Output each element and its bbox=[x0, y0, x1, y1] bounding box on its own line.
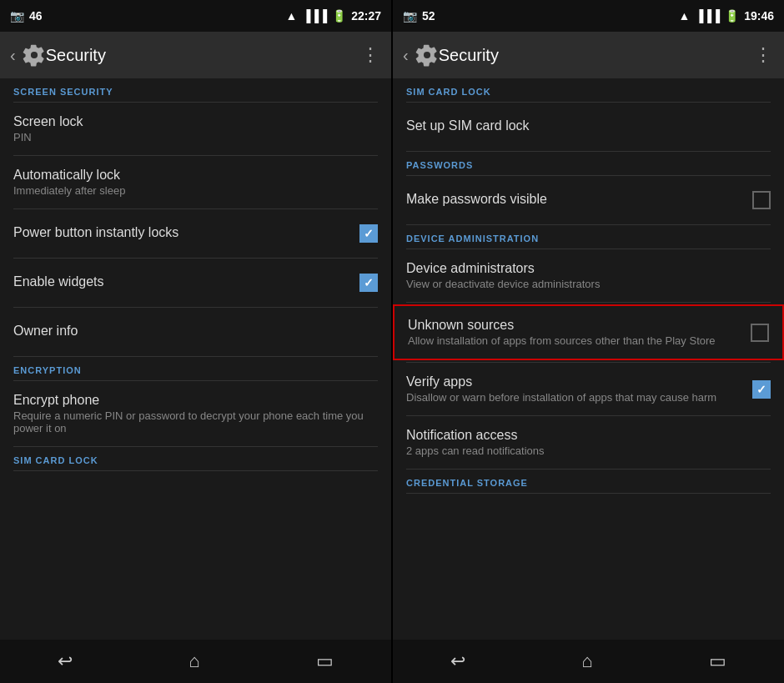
right-nav-home[interactable]: ⌂ bbox=[565, 644, 609, 679]
left-item-screen-lock-text: Screen lock PIN bbox=[13, 114, 378, 143]
left-panel: 📷 46 ▲ ▐▐▐ 🔋 22:27 ‹ Security ⋮ SCREEN S… bbox=[0, 0, 391, 683]
left-item-power-lock[interactable]: Power button instantly locks bbox=[0, 209, 391, 258]
right-title-bar: ‹ Security ⋮ bbox=[393, 32, 784, 78]
left-item-widgets-title: Enable widgets bbox=[13, 274, 359, 289]
right-item-notification-access-title: Notification access bbox=[406, 428, 771, 443]
right-nav-bar: ↩ ⌂ ▭ bbox=[393, 640, 784, 683]
right-divider-10 bbox=[406, 493, 771, 494]
left-nav-bar: ↩ ⌂ ▭ bbox=[0, 640, 391, 683]
right-item-device-admins-title: Device administrators bbox=[406, 261, 771, 276]
left-section-screen-security: SCREEN SECURITY bbox=[0, 78, 391, 102]
right-item-unknown-sources-title: Unknown sources bbox=[408, 318, 751, 333]
left-checkbox-widgets[interactable] bbox=[359, 274, 378, 292]
left-signal-icon: ▐▐▐ bbox=[302, 9, 327, 23]
left-status-bar: 📷 46 ▲ ▐▐▐ 🔋 22:27 bbox=[0, 0, 391, 32]
left-carrier-icon: 📷 bbox=[10, 9, 24, 23]
right-item-passwords-visible-text: Make passwords visible bbox=[406, 192, 752, 208]
right-item-sim-lock-title: Set up SIM card lock bbox=[406, 118, 771, 133]
right-item-sim-lock-text: Set up SIM card lock bbox=[406, 118, 771, 135]
right-item-device-admins-subtitle: View or deactivate device administrators bbox=[406, 278, 771, 290]
left-item-screen-lock-title: Screen lock bbox=[13, 114, 378, 129]
left-time: 22:27 bbox=[351, 9, 381, 23]
left-section-encryption: ENCRYPTION bbox=[0, 357, 391, 380]
left-item-auto-lock-subtitle: Immediately after sleep bbox=[13, 184, 378, 197]
left-status-right: ▲ ▐▐▐ 🔋 22:27 bbox=[286, 9, 381, 23]
right-signal-icon: ▐▐▐ bbox=[695, 9, 720, 23]
left-divider-9 bbox=[13, 470, 378, 471]
right-item-notification-access-text: Notification access 2 apps can read noti… bbox=[406, 428, 771, 457]
right-back-icon[interactable]: ‹ bbox=[403, 46, 409, 65]
right-section-device-admin: DEVICE ADMINISTRATION bbox=[393, 225, 784, 249]
right-item-notification-access-subtitle: 2 apps can read notifications bbox=[406, 444, 771, 457]
left-item-auto-lock-title: Automatically lock bbox=[13, 168, 378, 183]
left-item-widgets-text: Enable widgets bbox=[13, 274, 359, 291]
left-checkbox-power-lock[interactable] bbox=[359, 224, 378, 243]
left-item-encrypt-phone[interactable]: Encrypt phone Require a numeric PIN or p… bbox=[0, 381, 391, 446]
left-section-sim: SIM CARD LOCK bbox=[0, 447, 391, 470]
right-item-verify-apps-title: Verify apps bbox=[406, 374, 752, 389]
right-checkbox-passwords-visible[interactable] bbox=[752, 191, 771, 209]
left-nav-home[interactable]: ⌂ bbox=[172, 644, 216, 679]
right-item-verify-apps-subtitle: Disallow or warn before installation of … bbox=[406, 391, 752, 404]
right-item-unknown-sources-subtitle: Allow installation of apps from sources … bbox=[408, 334, 751, 347]
right-item-verify-apps-text: Verify apps Disallow or warn before inst… bbox=[406, 374, 752, 404]
left-item-screen-lock[interactable]: Screen lock PIN bbox=[0, 103, 391, 155]
right-status-bar: 📷 52 ▲ ▐▐▐ 🔋 19:46 bbox=[393, 0, 784, 32]
right-item-unknown-sources-text: Unknown sources Allow installation of ap… bbox=[408, 318, 751, 347]
right-item-notification-access[interactable]: Notification access 2 apps can read noti… bbox=[393, 416, 784, 469]
left-item-auto-lock[interactable]: Automatically lock Immediately after sle… bbox=[0, 156, 391, 208]
right-wifi-icon: ▲ bbox=[679, 9, 691, 23]
right-section-credential-storage: CREDENTIAL STORAGE bbox=[393, 470, 784, 493]
left-item-owner-info-text: Owner info bbox=[13, 324, 378, 340]
right-carrier: 52 bbox=[422, 9, 435, 23]
right-checkbox-unknown-sources[interactable] bbox=[751, 324, 769, 342]
right-title-text: Security bbox=[439, 46, 754, 65]
right-content: SIM CARD LOCK Set up SIM card lock PASSW… bbox=[393, 78, 784, 640]
left-item-widgets[interactable]: Enable widgets bbox=[0, 259, 391, 307]
right-section-sim: SIM CARD LOCK bbox=[393, 78, 784, 102]
left-content: SCREEN SECURITY Screen lock PIN Automati… bbox=[0, 78, 391, 640]
right-item-passwords-visible[interactable]: Make passwords visible bbox=[393, 176, 784, 224]
left-battery-icon: 🔋 bbox=[332, 9, 346, 23]
right-battery-icon: 🔋 bbox=[725, 9, 739, 23]
left-wifi-icon: ▲ bbox=[286, 9, 298, 23]
right-status-left: 📷 52 bbox=[403, 9, 435, 23]
right-panel: 📷 52 ▲ ▐▐▐ 🔋 19:46 ‹ Security ⋮ SIM CARD… bbox=[393, 0, 784, 683]
right-item-verify-apps[interactable]: Verify apps Disallow or warn before inst… bbox=[393, 363, 784, 415]
left-item-owner-info[interactable]: Owner info bbox=[0, 308, 391, 356]
left-menu-icon[interactable]: ⋮ bbox=[361, 44, 381, 66]
left-carrier: 46 bbox=[29, 9, 43, 23]
left-title-bar: ‹ Security ⋮ bbox=[0, 32, 391, 78]
left-item-auto-lock-text: Automatically lock Immediately after sle… bbox=[13, 168, 378, 197]
right-item-device-admins[interactable]: Device administrators View or deactivate… bbox=[393, 249, 784, 302]
right-item-sim-lock[interactable]: Set up SIM card lock bbox=[393, 103, 784, 151]
left-item-screen-lock-subtitle: PIN bbox=[13, 131, 378, 143]
left-back-icon[interactable]: ‹ bbox=[10, 46, 16, 65]
right-nav-recent[interactable]: ▭ bbox=[692, 644, 743, 679]
left-item-encrypt-phone-text: Encrypt phone Require a numeric PIN or p… bbox=[13, 393, 378, 434]
right-gear-icon bbox=[415, 43, 439, 67]
left-status-left: 📷 46 bbox=[10, 9, 43, 23]
right-carrier-icon: 📷 bbox=[403, 9, 417, 23]
right-time: 19:46 bbox=[744, 9, 774, 23]
left-item-owner-info-title: Owner info bbox=[13, 324, 378, 339]
left-nav-back[interactable]: ↩ bbox=[41, 644, 89, 679]
right-item-unknown-sources[interactable]: Unknown sources Allow installation of ap… bbox=[393, 304, 784, 360]
right-menu-icon[interactable]: ⋮ bbox=[754, 44, 774, 66]
right-item-passwords-visible-title: Make passwords visible bbox=[406, 192, 752, 207]
right-item-device-admins-text: Device administrators View or deactivate… bbox=[406, 261, 771, 290]
right-section-passwords: PASSWORDS bbox=[393, 152, 784, 175]
right-status-right: ▲ ▐▐▐ 🔋 19:46 bbox=[679, 9, 774, 23]
left-item-power-lock-title: Power button instantly locks bbox=[13, 225, 359, 240]
left-nav-recent[interactable]: ▭ bbox=[299, 644, 350, 679]
left-gear-icon bbox=[23, 43, 46, 67]
right-nav-back[interactable]: ↩ bbox=[434, 644, 482, 679]
left-item-power-lock-text: Power button instantly locks bbox=[13, 225, 359, 242]
left-title-text: Security bbox=[46, 46, 361, 65]
left-item-encrypt-phone-subtitle: Require a numeric PIN or password to dec… bbox=[13, 409, 378, 434]
right-checkbox-verify-apps[interactable] bbox=[752, 380, 771, 399]
left-item-encrypt-phone-title: Encrypt phone bbox=[13, 393, 378, 408]
right-divider-6 bbox=[406, 302, 771, 303]
